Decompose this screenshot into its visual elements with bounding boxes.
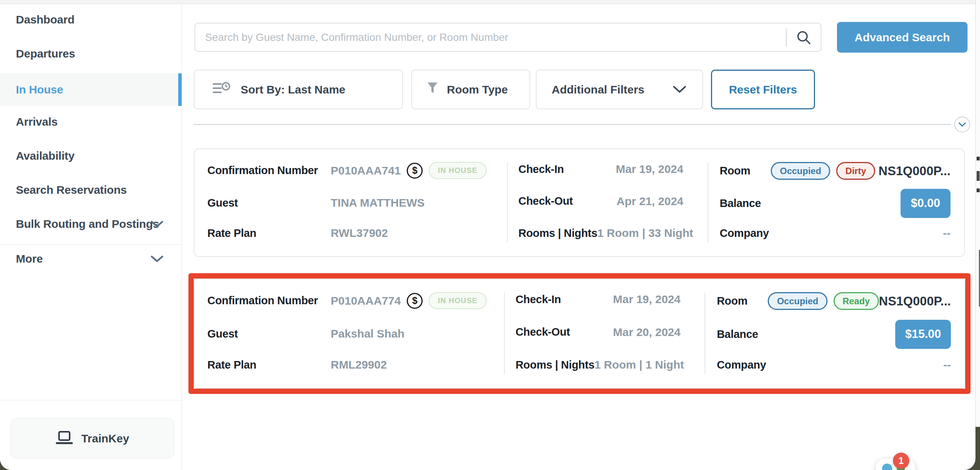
chevron-down-icon [958,122,966,127]
sidebar-divider [0,244,181,245]
rooms-nights-label: Rooms | Nights [519,227,597,239]
company-value: -- [943,358,951,371]
sort-by-label: Sort By: Last Name [241,83,345,96]
trainkey-label: TrainKey [81,432,129,445]
sort-icon [213,81,231,98]
sidebar-item-departures[interactable]: Departures [0,42,181,65]
check-in-label: Check-In [515,293,561,306]
sidebar-item-label: Search Reservations [16,183,127,196]
sidebar-item-label: Departures [16,47,75,60]
check-out-label: Check-Out [515,326,570,338]
confirmation-label: Confirmation Number [207,295,331,307]
room-type-filter-button[interactable]: Room Type [411,70,530,109]
occupancy-status-pill: Occupied [771,162,830,180]
card-stay-section: Check-In Mar 19, 2024 Check-Out Apr 21, … [507,163,708,242]
trainkey-button[interactable]: TrainKey [11,418,174,459]
card-stay-section: Check-In Mar 19, 2024 Check-Out Mar 20, … [504,293,705,374]
room-label: Room [720,165,750,177]
search-icon[interactable] [787,30,821,45]
housekeeping-status-pill: Ready [834,292,879,310]
guest-name: Pakshal Shah [331,327,404,340]
check-out-date: Mar 20, 2024 [613,326,680,339]
rate-plan-value: RML29902 [331,358,387,371]
sidebar-item-label: Arrivals [16,115,57,128]
reservation-card-highlighted[interactable]: Confirmation Number P010AAA774 $ IN HOUS… [194,279,965,389]
search-box [194,23,821,52]
chevron-down-icon [151,252,164,265]
check-in-label: Check-In [519,163,564,175]
card-guest-section: Confirmation Number P010AAA774 $ IN HOUS… [194,279,504,388]
chevron-down-icon [673,83,686,96]
room-number: NS1Q000P... [879,294,951,308]
sort-by-button[interactable]: Sort By: Last Name [194,70,403,109]
sidebar-item-bulk-routing[interactable]: Bulk Routing and Postings [0,213,181,235]
sidebar-item-label: Bulk Routing and Postings [16,218,159,231]
notification-badge: 1 [893,452,909,469]
rate-plan-label: Rate Plan [207,227,331,239]
balance-label: Balance [717,328,758,341]
company-label: Company [717,359,766,371]
check-in-date: Mar 19, 2024 [616,163,683,175]
check-out-date: Apr 21, 2024 [616,195,683,208]
app-window: Dashboard Departures In House Arrivals A… [0,0,975,470]
status-badge: IN HOUSE [429,292,487,309]
dollar-circle-icon[interactable]: $ [407,293,423,309]
list-divider [194,124,951,125]
sidebar-item-more[interactable]: More [0,247,181,270]
card-room-section: Room Occupied Dirty NS1Q000P... Balance … [708,149,964,256]
collapse-toggle-button[interactable] [954,116,970,132]
additional-filters-label: Additional Filters [552,83,644,96]
room-type-label: Room Type [447,83,508,96]
chevron-down-icon [151,218,164,231]
reset-filters-label: Reset Filters [729,83,797,96]
guest-label: Guest [207,197,331,209]
window-top-strip [0,0,975,4]
sidebar-item-dashboard[interactable]: Dashboard [0,8,181,31]
sliver-mark [977,188,980,192]
company-value: -- [943,227,950,239]
sidebar-item-label: Dashboard [16,13,75,26]
status-badge: IN HOUSE [429,162,487,179]
room-label: Room [717,295,747,307]
rate-plan-value: RWL37902 [331,227,388,239]
guest-name: TINA MATTHEWS [331,196,425,209]
rooms-nights-value: 1 Room | 1 Night [595,358,684,371]
sidebar-divider [0,400,181,400]
additional-filters-dropdown[interactable]: Additional Filters [536,70,703,109]
confirmation-number: P010AAA774 [331,295,401,307]
balance-label: Balance [720,197,761,210]
sidebar-item-arrivals[interactable]: Arrivals [0,110,181,133]
room-number: NS1Q000P... [878,164,950,178]
advanced-search-button[interactable]: Advanced Search [837,22,967,53]
filter-funnel-icon [426,82,439,97]
sidebar-item-label: More [16,252,43,265]
company-label: Company [720,227,769,239]
highlight-frame: Confirmation Number P010AAA774 $ IN HOUS… [188,273,970,394]
background-window-sliver [975,0,980,427]
sidebar-item-availability[interactable]: Availability [0,145,181,167]
reservation-card[interactable]: Confirmation Number P010AAA741 $ IN HOUS… [194,148,965,257]
occupancy-status-pill: Occupied [768,292,827,310]
card-guest-section: Confirmation Number P010AAA741 $ IN HOUS… [194,149,507,256]
sidebar-item-search-reservations[interactable]: Search Reservations [0,178,181,201]
search-input[interactable] [195,24,786,51]
sliver-mark [977,171,980,181]
check-out-label: Check-Out [519,195,573,207]
dollar-circle-icon[interactable]: $ [407,163,423,178]
laptop-icon [56,431,73,446]
confirmation-number: P010AAA741 [331,164,401,177]
sidebar-item-label: Availability [16,150,75,163]
sidebar-item-label: In House [16,83,63,96]
card-room-section: Room Occupied Ready NS1Q000P... Balance … [705,279,964,388]
balance-button[interactable]: $15.00 [895,320,951,349]
rooms-nights-value: 1 Room | 33 Night [597,227,693,239]
rate-plan-label: Rate Plan [207,359,331,371]
guest-label: Guest [207,328,331,340]
confirmation-label: Confirmation Number [207,164,331,177]
balance-button[interactable]: $0.00 [900,189,950,218]
sidebar: Dashboard Departures In House Arrivals A… [0,5,182,470]
sidebar-item-in-house[interactable]: In House [0,73,181,106]
check-in-date: Mar 19, 2024 [613,293,680,306]
sliver-mark [977,157,980,161]
reset-filters-button[interactable]: Reset Filters [711,70,815,109]
